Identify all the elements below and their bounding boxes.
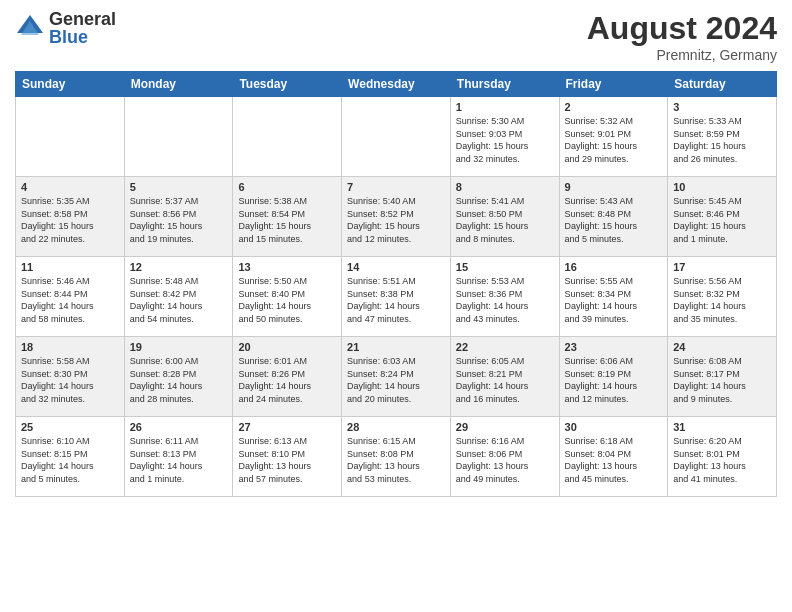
calendar-cell-1-1 <box>16 97 125 177</box>
header-friday: Friday <box>559 72 668 97</box>
day-number: 4 <box>21 181 119 193</box>
day-number: 14 <box>347 261 445 273</box>
day-number: 22 <box>456 341 554 353</box>
calendar-cell-3-1: 11Sunrise: 5:46 AM Sunset: 8:44 PM Dayli… <box>16 257 125 337</box>
day-info: Sunrise: 6:06 AM Sunset: 8:19 PM Dayligh… <box>565 355 663 405</box>
calendar-cell-4-1: 18Sunrise: 5:58 AM Sunset: 8:30 PM Dayli… <box>16 337 125 417</box>
day-number: 25 <box>21 421 119 433</box>
day-number: 27 <box>238 421 336 433</box>
calendar-cell-4-6: 23Sunrise: 6:06 AM Sunset: 8:19 PM Dayli… <box>559 337 668 417</box>
calendar-cell-3-4: 14Sunrise: 5:51 AM Sunset: 8:38 PM Dayli… <box>342 257 451 337</box>
day-number: 17 <box>673 261 771 273</box>
header-saturday: Saturday <box>668 72 777 97</box>
calendar-cell-4-4: 21Sunrise: 6:03 AM Sunset: 8:24 PM Dayli… <box>342 337 451 417</box>
calendar-cell-3-3: 13Sunrise: 5:50 AM Sunset: 8:40 PM Dayli… <box>233 257 342 337</box>
day-number: 6 <box>238 181 336 193</box>
day-number: 16 <box>565 261 663 273</box>
calendar-cell-1-6: 2Sunrise: 5:32 AM Sunset: 9:01 PM Daylig… <box>559 97 668 177</box>
calendar-cell-1-7: 3Sunrise: 5:33 AM Sunset: 8:59 PM Daylig… <box>668 97 777 177</box>
day-info: Sunrise: 5:32 AM Sunset: 9:01 PM Dayligh… <box>565 115 663 165</box>
day-number: 9 <box>565 181 663 193</box>
header-sunday: Sunday <box>16 72 125 97</box>
calendar-cell-2-6: 9Sunrise: 5:43 AM Sunset: 8:48 PM Daylig… <box>559 177 668 257</box>
day-number: 19 <box>130 341 228 353</box>
day-info: Sunrise: 5:38 AM Sunset: 8:54 PM Dayligh… <box>238 195 336 245</box>
calendar-cell-3-6: 16Sunrise: 5:55 AM Sunset: 8:34 PM Dayli… <box>559 257 668 337</box>
day-number: 15 <box>456 261 554 273</box>
day-info: Sunrise: 5:50 AM Sunset: 8:40 PM Dayligh… <box>238 275 336 325</box>
calendar-cell-5-3: 27Sunrise: 6:13 AM Sunset: 8:10 PM Dayli… <box>233 417 342 497</box>
header-tuesday: Tuesday <box>233 72 342 97</box>
day-info: Sunrise: 5:58 AM Sunset: 8:30 PM Dayligh… <box>21 355 119 405</box>
day-info: Sunrise: 5:56 AM Sunset: 8:32 PM Dayligh… <box>673 275 771 325</box>
day-number: 1 <box>456 101 554 113</box>
calendar-cell-2-5: 8Sunrise: 5:41 AM Sunset: 8:50 PM Daylig… <box>450 177 559 257</box>
day-info: Sunrise: 5:35 AM Sunset: 8:58 PM Dayligh… <box>21 195 119 245</box>
day-info: Sunrise: 5:53 AM Sunset: 8:36 PM Dayligh… <box>456 275 554 325</box>
calendar-cell-4-2: 19Sunrise: 6:00 AM Sunset: 8:28 PM Dayli… <box>124 337 233 417</box>
day-info: Sunrise: 5:37 AM Sunset: 8:56 PM Dayligh… <box>130 195 228 245</box>
calendar-cell-3-5: 15Sunrise: 5:53 AM Sunset: 8:36 PM Dayli… <box>450 257 559 337</box>
logo-general-text: General <box>49 10 116 28</box>
day-info: Sunrise: 6:00 AM Sunset: 8:28 PM Dayligh… <box>130 355 228 405</box>
calendar-week-3: 11Sunrise: 5:46 AM Sunset: 8:44 PM Dayli… <box>16 257 777 337</box>
day-info: Sunrise: 6:10 AM Sunset: 8:15 PM Dayligh… <box>21 435 119 485</box>
calendar-cell-4-7: 24Sunrise: 6:08 AM Sunset: 8:17 PM Dayli… <box>668 337 777 417</box>
day-info: Sunrise: 5:43 AM Sunset: 8:48 PM Dayligh… <box>565 195 663 245</box>
calendar-cell-2-2: 5Sunrise: 5:37 AM Sunset: 8:56 PM Daylig… <box>124 177 233 257</box>
calendar-week-5: 25Sunrise: 6:10 AM Sunset: 8:15 PM Dayli… <box>16 417 777 497</box>
header-wednesday: Wednesday <box>342 72 451 97</box>
day-info: Sunrise: 5:40 AM Sunset: 8:52 PM Dayligh… <box>347 195 445 245</box>
weekday-header-row: Sunday Monday Tuesday Wednesday Thursday… <box>16 72 777 97</box>
calendar-cell-5-5: 29Sunrise: 6:16 AM Sunset: 8:06 PM Dayli… <box>450 417 559 497</box>
calendar-cell-1-4 <box>342 97 451 177</box>
day-number: 8 <box>456 181 554 193</box>
calendar-week-2: 4Sunrise: 5:35 AM Sunset: 8:58 PM Daylig… <box>16 177 777 257</box>
calendar-cell-5-7: 31Sunrise: 6:20 AM Sunset: 8:01 PM Dayli… <box>668 417 777 497</box>
calendar-cell-2-4: 7Sunrise: 5:40 AM Sunset: 8:52 PM Daylig… <box>342 177 451 257</box>
day-info: Sunrise: 5:55 AM Sunset: 8:34 PM Dayligh… <box>565 275 663 325</box>
location: Premnitz, Germany <box>587 47 777 63</box>
day-number: 10 <box>673 181 771 193</box>
logo-blue-text: Blue <box>49 28 116 46</box>
calendar-cell-1-2 <box>124 97 233 177</box>
calendar-cell-1-3 <box>233 97 342 177</box>
day-number: 30 <box>565 421 663 433</box>
calendar-cell-5-6: 30Sunrise: 6:18 AM Sunset: 8:04 PM Dayli… <box>559 417 668 497</box>
day-info: Sunrise: 6:18 AM Sunset: 8:04 PM Dayligh… <box>565 435 663 485</box>
day-info: Sunrise: 6:15 AM Sunset: 8:08 PM Dayligh… <box>347 435 445 485</box>
calendar-cell-5-2: 26Sunrise: 6:11 AM Sunset: 8:13 PM Dayli… <box>124 417 233 497</box>
day-info: Sunrise: 6:16 AM Sunset: 8:06 PM Dayligh… <box>456 435 554 485</box>
day-info: Sunrise: 5:41 AM Sunset: 8:50 PM Dayligh… <box>456 195 554 245</box>
calendar-cell-4-5: 22Sunrise: 6:05 AM Sunset: 8:21 PM Dayli… <box>450 337 559 417</box>
calendar-cell-3-2: 12Sunrise: 5:48 AM Sunset: 8:42 PM Dayli… <box>124 257 233 337</box>
day-info: Sunrise: 5:30 AM Sunset: 9:03 PM Dayligh… <box>456 115 554 165</box>
day-number: 29 <box>456 421 554 433</box>
calendar-table: Sunday Monday Tuesday Wednesday Thursday… <box>15 71 777 497</box>
day-number: 31 <box>673 421 771 433</box>
day-number: 5 <box>130 181 228 193</box>
day-number: 13 <box>238 261 336 273</box>
day-number: 11 <box>21 261 119 273</box>
month-year: August 2024 <box>587 10 777 47</box>
calendar-cell-2-7: 10Sunrise: 5:45 AM Sunset: 8:46 PM Dayli… <box>668 177 777 257</box>
calendar-cell-4-3: 20Sunrise: 6:01 AM Sunset: 8:26 PM Dayli… <box>233 337 342 417</box>
day-number: 18 <box>21 341 119 353</box>
page: General Blue August 2024 Premnitz, Germa… <box>0 0 792 612</box>
day-info: Sunrise: 5:51 AM Sunset: 8:38 PM Dayligh… <box>347 275 445 325</box>
day-info: Sunrise: 6:20 AM Sunset: 8:01 PM Dayligh… <box>673 435 771 485</box>
day-info: Sunrise: 6:11 AM Sunset: 8:13 PM Dayligh… <box>130 435 228 485</box>
calendar-week-1: 1Sunrise: 5:30 AM Sunset: 9:03 PM Daylig… <box>16 97 777 177</box>
day-info: Sunrise: 6:05 AM Sunset: 8:21 PM Dayligh… <box>456 355 554 405</box>
header-monday: Monday <box>124 72 233 97</box>
logo: General Blue <box>15 10 116 46</box>
calendar-cell-1-5: 1Sunrise: 5:30 AM Sunset: 9:03 PM Daylig… <box>450 97 559 177</box>
day-number: 7 <box>347 181 445 193</box>
day-info: Sunrise: 5:46 AM Sunset: 8:44 PM Dayligh… <box>21 275 119 325</box>
day-number: 28 <box>347 421 445 433</box>
day-number: 12 <box>130 261 228 273</box>
calendar-cell-2-3: 6Sunrise: 5:38 AM Sunset: 8:54 PM Daylig… <box>233 177 342 257</box>
day-info: Sunrise: 6:01 AM Sunset: 8:26 PM Dayligh… <box>238 355 336 405</box>
day-info: Sunrise: 6:13 AM Sunset: 8:10 PM Dayligh… <box>238 435 336 485</box>
day-info: Sunrise: 6:03 AM Sunset: 8:24 PM Dayligh… <box>347 355 445 405</box>
